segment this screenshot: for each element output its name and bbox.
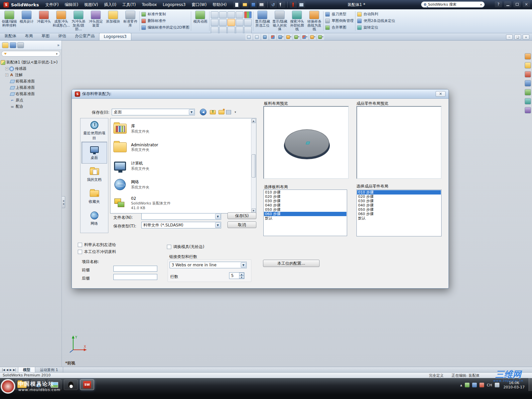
file-row-administrator[interactable]: Administrator系统文件夹 xyxy=(112,138,251,157)
taskbar-item-qq[interactable] xyxy=(64,379,78,390)
tab-sketch[interactable]: 草图 xyxy=(37,32,54,40)
suffix-input[interactable] xyxy=(113,274,157,280)
station-config-button[interactable]: 本工位的配置... xyxy=(263,260,320,267)
close-button[interactable]: × xyxy=(523,1,530,7)
menu-logopress3[interactable]: Logopress3 xyxy=(160,0,189,9)
language-indicator[interactable]: CH xyxy=(487,383,492,387)
list-item[interactable]: 050 步骤 xyxy=(264,207,346,212)
merge-sketch-button[interactable]: 合并草图 xyxy=(325,25,353,30)
tray-network-icon[interactable] xyxy=(472,383,477,387)
menu-window[interactable]: 窗口(W) xyxy=(189,0,209,9)
checkbox-swap-die[interactable]: 调换模具(无拾边) xyxy=(167,244,204,250)
tab-logopress3[interactable]: Logopress3 xyxy=(99,33,131,40)
list-item[interactable]: 默认 xyxy=(357,216,441,220)
doc-close-button[interactable]: × xyxy=(523,35,529,40)
previous-view-icon[interactable] xyxy=(261,34,268,40)
create-edit-strip-layout-button[interactable]: 创建/编辑料带排料 xyxy=(1,10,18,32)
list-item[interactable]: 010 步骤 xyxy=(264,190,346,195)
die-animation-button[interactable]: 模具动画 xyxy=(192,10,209,32)
menu-toolbox[interactable]: Toolbox xyxy=(139,0,160,9)
standard-delete-button[interactable]: 删除标准件 xyxy=(141,18,189,23)
list-item-selected[interactable]: 010 步骤 xyxy=(357,190,441,195)
edit-appearance-icon[interactable]: ▾ xyxy=(301,34,308,40)
add-module-button[interactable]: 添加模块 xyxy=(104,10,122,32)
mini-tool-icon[interactable] xyxy=(219,11,227,18)
tray-antivirus-icon[interactable] xyxy=(465,383,469,387)
list-item[interactable]: 默认 xyxy=(264,216,346,220)
help-icon[interactable]: ? xyxy=(495,1,502,7)
standard-copy-button[interactable]: 标准件复制 xyxy=(141,12,189,17)
display-options-icon[interactable] xyxy=(298,1,305,8)
back-button[interactable]: ◀ xyxy=(199,108,207,116)
configurationmanager-tab-icon[interactable] xyxy=(17,42,24,48)
convert-spline-button[interactable]: 转换样条曲线为直线 xyxy=(306,10,323,32)
list-item[interactable]: 040 步骤 xyxy=(264,203,346,207)
maximize-button[interactable] xyxy=(513,1,521,7)
place-documents[interactable]: 我的文档 xyxy=(81,164,107,186)
tab-motion-study[interactable]: 运动算例 1 xyxy=(35,367,63,372)
color-swatch-icon[interactable] xyxy=(290,1,297,8)
tree-root-assembly[interactable]: 装配体1 (默认<显示状态-1>) xyxy=(1,59,61,66)
new-document-icon[interactable] xyxy=(233,1,240,8)
tray-volume-icon[interactable] xyxy=(479,383,484,387)
search-tab-icon[interactable] xyxy=(525,80,531,86)
filetype-combobox[interactable]: 料带文件 (*.SLDASM)▼ xyxy=(141,222,221,228)
prefix-input[interactable] xyxy=(113,266,157,272)
view-palette-icon[interactable] xyxy=(525,89,531,95)
checkbox-icon[interactable] xyxy=(167,245,171,249)
combo-arrow-icon[interactable]: ▼ xyxy=(189,109,194,115)
spinner-down-icon[interactable]: ▼ xyxy=(239,276,244,279)
place-network[interactable]: 网络 xyxy=(81,207,107,229)
menu-edit[interactable]: 编辑(E) xyxy=(62,0,81,9)
auto-pattern-button[interactable]: 自动阵列 xyxy=(357,12,395,17)
tree-item-mates[interactable]: ∞ 配合 xyxy=(1,103,61,110)
mini-tool-icon[interactable] xyxy=(236,19,243,26)
mini-tool-icon[interactable] xyxy=(236,11,243,18)
view-orientation-icon[interactable]: ▾ xyxy=(277,34,284,40)
featuremanager-tab-icon[interactable] xyxy=(2,42,9,48)
mini-color-grid-icon[interactable] xyxy=(244,11,252,18)
list-item[interactable]: 020 步骤 xyxy=(264,195,346,199)
two-edge-position-button[interactable]: 使用2条边线来定位 xyxy=(357,18,395,23)
mini-tool-icon[interactable] xyxy=(211,19,218,26)
tab-layout[interactable]: 布局 xyxy=(21,32,37,40)
place-favorites[interactable]: 收藏夹 xyxy=(81,186,107,207)
panel-collapse-button[interactable]: ◀◀ xyxy=(62,196,65,208)
section-view-icon[interactable] xyxy=(269,34,276,40)
graphics-area[interactable]: » ▾ 装配体1 (默认<显示状态-1>) + 传感器 + A xyxy=(0,41,532,367)
doc-minimize-button[interactable]: ─ xyxy=(506,35,513,40)
rows-spinner[interactable]: 5 ▲▼ xyxy=(229,272,244,279)
filter-chevron-icon[interactable]: ▾ xyxy=(56,52,58,56)
show-hide-entities-button[interactable]: 显示/隐藏输入的实体 xyxy=(271,10,288,32)
list-item[interactable]: 030 步骤 xyxy=(264,199,346,203)
tab-evaluate[interactable]: 评估 xyxy=(54,32,70,40)
filename-dropdown-icon[interactable]: ▼ xyxy=(215,214,220,219)
list-item[interactable]: 040 步骤 xyxy=(357,203,441,207)
model-tab-scroll-buttons[interactable]: |◀◀▶▶| xyxy=(0,367,18,372)
save-button[interactable]: 保存(S) xyxy=(227,212,256,219)
list-item[interactable]: 050 步骤 xyxy=(357,207,441,212)
checkbox-icon[interactable] xyxy=(78,243,82,247)
menu-help[interactable]: 帮助(H) xyxy=(209,0,229,9)
dialog-titlebar[interactable]: S 保存料带装配为: ✕ xyxy=(72,89,449,99)
standard-parts-library-button[interactable]: 标准零件库 xyxy=(122,10,139,32)
panel-chevron-icon[interactable]: » xyxy=(57,43,60,48)
tab-model[interactable]: 模型 xyxy=(18,367,35,372)
doc-restore-button[interactable]: ❑ xyxy=(514,35,521,40)
keyboard-layout-icon[interactable] xyxy=(495,383,499,387)
mini-tool-icon[interactable] xyxy=(244,19,252,26)
rotate-position-button[interactable]: 旋转定位 xyxy=(357,25,395,30)
menu-file[interactable]: 文件(F) xyxy=(42,0,62,9)
zoom-fit-icon[interactable] xyxy=(245,34,252,40)
up-one-level-button[interactable]: ↑ xyxy=(209,108,217,116)
trim-type-button[interactable]: 接刀类型 xyxy=(325,12,353,17)
apply-scene-icon[interactable]: ▾ xyxy=(309,34,316,40)
link-type-combobox[interactable]: 3 Webs or more in line▼ xyxy=(170,262,247,268)
punch-shoulder-button[interactable]: 为冲头添加肩/跟部... xyxy=(70,10,87,32)
menu-view[interactable]: 视图(V) xyxy=(81,0,101,9)
undo-icon[interactable]: ↺ xyxy=(270,1,277,8)
scroll-thumb[interactable] xyxy=(252,154,256,178)
tray-expand-icon[interactable]: ▲ xyxy=(460,384,462,387)
new-folder-button[interactable] xyxy=(217,108,225,116)
cancel-button[interactable]: 取消 xyxy=(227,221,256,228)
